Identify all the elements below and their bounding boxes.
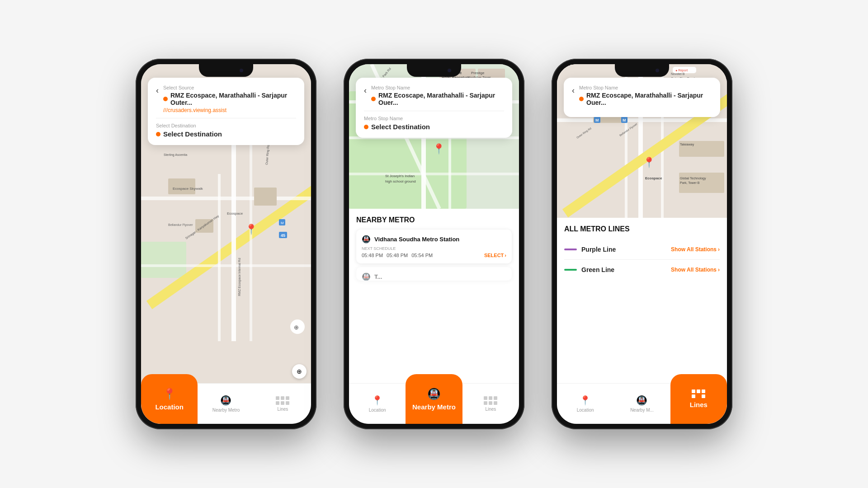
phone2-screen: JW Marriott Hotel Bengaluru Prestige Kin… bbox=[349, 64, 519, 424]
source-label2: Metro Stop Name bbox=[371, 85, 504, 90]
source-label1: Select Source bbox=[163, 85, 296, 90]
svg-rect-4 bbox=[141, 197, 311, 200]
dest-value2[interactable]: Select Destination bbox=[364, 123, 504, 131]
svg-text:Novotel B: Novotel B bbox=[671, 72, 685, 75]
location-nav-label: Location bbox=[155, 403, 184, 411]
svg-text:Sterling Ascentia: Sterling Ascentia bbox=[164, 153, 187, 157]
nearby-title: NEARBY METRO bbox=[356, 216, 512, 224]
green-line-item: Green Line Show All Stations › bbox=[564, 260, 720, 280]
svg-text:Prestige: Prestige bbox=[471, 71, 485, 75]
source-link1[interactable]: ///crusaders.viewing.assist bbox=[163, 107, 296, 113]
location-nav-icon3: 📍 bbox=[580, 395, 591, 406]
svg-text:📍: 📍 bbox=[433, 143, 445, 155]
lines-dots-icon1 bbox=[276, 396, 289, 405]
phone3-wrapper: Ecospace Skywalk KEB Substation Courtyar… bbox=[552, 59, 732, 429]
notch-dot3 bbox=[656, 69, 659, 72]
svg-text:RMZ Ecospace Internal Rd: RMZ Ecospace Internal Rd bbox=[238, 258, 241, 296]
nav-location3[interactable]: 📍 Location bbox=[557, 384, 613, 424]
nav-lines1[interactable]: Lines bbox=[255, 384, 311, 424]
notch2 bbox=[407, 64, 461, 77]
svg-rect-6 bbox=[218, 174, 221, 341]
notch3 bbox=[615, 64, 669, 77]
back-btn2[interactable]: ‹ bbox=[364, 85, 367, 95]
nav-lines2[interactable]: Lines bbox=[462, 384, 519, 424]
nav-location2[interactable]: 📍 Location bbox=[349, 384, 406, 424]
phone2-card: ‹ Metro Stop Name RMZ Ecoscape, Marathah… bbox=[356, 78, 512, 138]
metro-name1: Vidhana Soudha Metro Station bbox=[374, 236, 459, 243]
svg-text:Global Technology: Global Technology bbox=[680, 177, 706, 180]
notch1 bbox=[199, 64, 253, 77]
phone3-screen: Ecospace Skywalk KEB Substation Courtyar… bbox=[557, 64, 727, 424]
schedule-label1: NEXT SCHEDULE bbox=[362, 246, 506, 251]
nav-active-lines[interactable]: Lines bbox=[670, 374, 727, 424]
source-value2: RMZ Ecoscape, Marathahalli - Sarjapur Ou… bbox=[371, 92, 504, 106]
nearby-nav-label-active: Nearby Metro bbox=[412, 403, 456, 411]
phone1-wrapper: Ecospace Skywalk Ecospace Bellandur Flyo… bbox=[136, 59, 316, 429]
back-btn3[interactable]: ‹ bbox=[572, 85, 575, 95]
nav-active-location[interactable]: 📍 Location bbox=[141, 374, 198, 424]
card-divider1 bbox=[156, 118, 296, 118]
phone3-card: ‹ Metro Stop Name RMZ Ecoscape, Marathah… bbox=[564, 78, 720, 117]
svg-text:Park, Tower B: Park, Tower B bbox=[680, 181, 700, 184]
location-btn1[interactable]: ⊕ bbox=[292, 364, 307, 379]
location-nav-label3: Location bbox=[577, 408, 594, 413]
notch-dot2 bbox=[448, 69, 451, 72]
purple-line-name: Purple Line bbox=[581, 246, 616, 253]
svg-text:Bellandur Flyover: Bellandur Flyover bbox=[168, 223, 193, 227]
card-divider2 bbox=[364, 111, 504, 111]
schedule-times1: 05:48 PM 05:48 PM 05:54 PM bbox=[362, 253, 433, 258]
dest-dot1 bbox=[156, 132, 160, 136]
nearby-nav-label1: Nearby Metro bbox=[212, 408, 240, 413]
phones-container: Ecospace Skywalk Ecospace Bellandur Flyo… bbox=[0, 50, 868, 438]
svg-text:45: 45 bbox=[281, 233, 285, 238]
phone2-nearby-section: NEARBY METRO 🚇 Vidhana Soudha Metro Stat… bbox=[349, 209, 519, 383]
lines-dots-icon2 bbox=[484, 396, 497, 405]
orange-dot1 bbox=[163, 97, 168, 101]
svg-text:St Joseph's Indian: St Joseph's Indian bbox=[385, 174, 415, 178]
svg-text:high school ground: high school ground bbox=[385, 179, 416, 183]
svg-text:M: M bbox=[623, 118, 626, 122]
phone3-frame: Ecospace Skywalk KEB Substation Courtyar… bbox=[552, 59, 732, 429]
phone1-frame: Ecospace Skywalk Ecospace Bellandur Flyo… bbox=[136, 59, 316, 429]
nav-nearby1[interactable]: 🚇 Nearby Metro bbox=[198, 384, 254, 424]
dest-label2: Metro Stop Name bbox=[364, 116, 504, 121]
svg-text:● Report: ● Report bbox=[675, 69, 688, 72]
nearby-nav-icon1: 🚇 bbox=[220, 395, 231, 406]
green-line-name-row: Green Line bbox=[564, 266, 614, 273]
dest-dot2 bbox=[364, 125, 368, 129]
back-btn1[interactable]: ‹ bbox=[156, 85, 159, 95]
purple-line-name-row: Purple Line bbox=[564, 246, 616, 253]
purple-line-dash bbox=[564, 249, 577, 250]
phone3-lines-section: ALL METRO LINES Purple Line Show All Sta… bbox=[557, 218, 727, 383]
purple-line-item: Purple Line Show All Stations › bbox=[564, 239, 720, 260]
dest-value1[interactable]: Select Destination bbox=[156, 130, 296, 138]
svg-rect-32 bbox=[349, 173, 519, 175]
metro-icon1: 🚇 bbox=[362, 235, 371, 244]
nav-active-nearby[interactable]: 🚇 Nearby Metro bbox=[406, 374, 462, 424]
source-value1: RMZ Ecospace, Marathahalli - Sarjapur Ou… bbox=[163, 92, 296, 106]
green-show-all-btn[interactable]: Show All Stations › bbox=[671, 267, 720, 273]
phone3-bottom-nav: 📍 Location 🚇 Nearby M... bbox=[557, 383, 727, 424]
metro-item1: 🚇 Vidhana Soudha Metro Station NEXT SCHE… bbox=[356, 230, 512, 263]
nearby-nav-icon-active: 🚇 bbox=[427, 388, 441, 400]
lines-nav-label-active: Lines bbox=[690, 401, 708, 408]
svg-text:Ecospace: Ecospace bbox=[227, 211, 243, 216]
svg-text:📍: 📍 bbox=[643, 156, 656, 169]
phone1-card: ‹ Select Source RMZ Ecospace, Marathahal… bbox=[148, 78, 304, 145]
orange-dot2 bbox=[371, 97, 376, 101]
phone2-frame: JW Marriott Hotel Bengaluru Prestige Kin… bbox=[344, 59, 524, 429]
purple-show-all-btn[interactable]: Show All Stations › bbox=[671, 246, 720, 253]
metro-item2-partial: 🚇 T... bbox=[356, 267, 512, 281]
nearby-nav-icon3: 🚇 bbox=[636, 395, 647, 406]
location-nav-icon2: 📍 bbox=[372, 395, 383, 406]
svg-text:Ecospace Skywalk: Ecospace Skywalk bbox=[173, 187, 203, 191]
nearby-nav-label3: Nearby M... bbox=[630, 408, 654, 413]
select-btn1[interactable]: SELECT › bbox=[484, 253, 506, 258]
source-label3: Metro Stop Name bbox=[579, 85, 712, 90]
notch-dot1 bbox=[240, 69, 243, 72]
nav-nearby3[interactable]: 🚇 Nearby M... bbox=[613, 384, 670, 424]
svg-text:Takeaway: Takeaway bbox=[680, 143, 694, 146]
svg-text:📍: 📍 bbox=[245, 223, 258, 235]
phone2-bottom-nav: 📍 Location 🚇 Nearby Metro bbox=[349, 383, 519, 424]
svg-text:Ecospace: Ecospace bbox=[645, 176, 662, 180]
